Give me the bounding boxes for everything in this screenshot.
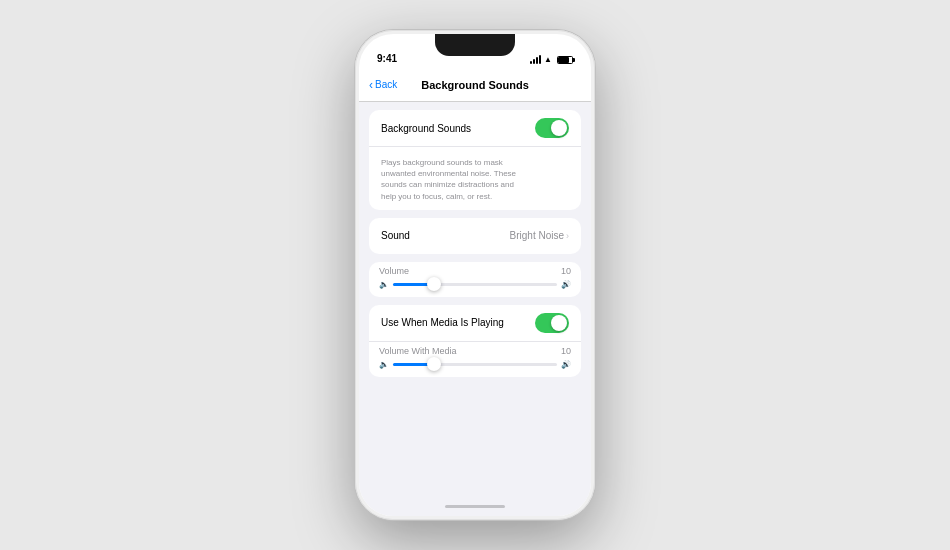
back-button[interactable]: ‹ Back xyxy=(369,78,397,92)
home-indicator xyxy=(359,496,591,516)
phone-screen: 9:41 ▲ ‹ Back Background Sounds xyxy=(359,34,591,516)
volume-slider-track[interactable] xyxy=(393,283,557,286)
volume-slider-container: Volume 10 🔈 🔊 xyxy=(369,262,581,297)
back-label: Back xyxy=(375,79,397,90)
media-playing-section: Use When Media Is Playing Volume With Me… xyxy=(369,305,581,377)
sound-row[interactable]: Sound Bright Noise › xyxy=(369,218,581,254)
sound-chevron-icon: › xyxy=(566,231,569,241)
navigation-bar: ‹ Back Background Sounds xyxy=(359,68,591,102)
toggle-thumb xyxy=(551,120,567,136)
sound-value: Bright Noise xyxy=(510,230,564,241)
media-toggle-thumb xyxy=(551,315,567,331)
sound-section: Sound Bright Noise › xyxy=(369,218,581,254)
wifi-icon: ▲ xyxy=(544,55,552,64)
background-sounds-description-row: Plays background sounds to mask unwanted… xyxy=(369,146,581,210)
media-playing-label: Use When Media Is Playing xyxy=(381,317,504,328)
volume-high-icon: 🔊 xyxy=(561,280,571,289)
volume-section: Volume 10 🔈 🔊 xyxy=(369,262,581,297)
phone-notch xyxy=(435,34,515,56)
media-volume-high-icon: 🔊 xyxy=(561,360,571,369)
volume-value: 10 xyxy=(561,266,571,276)
media-volume-slider-container: Volume With Media 10 🔈 🔊 xyxy=(369,341,581,377)
background-sounds-description: Plays background sounds to mask unwanted… xyxy=(381,157,521,202)
background-sounds-row: Background Sounds xyxy=(369,110,581,146)
status-time: 9:41 xyxy=(377,53,397,64)
phone-frame: 9:41 ▲ ‹ Back Background Sounds xyxy=(355,30,595,520)
page-title: Background Sounds xyxy=(421,79,529,91)
volume-slider-thumb[interactable] xyxy=(427,277,441,291)
content-area: Background Sounds Plays background sound… xyxy=(359,102,591,496)
volume-low-icon: 🔈 xyxy=(379,280,389,289)
background-sounds-label: Background Sounds xyxy=(381,123,471,134)
back-chevron-icon: ‹ xyxy=(369,78,373,92)
signal-icon xyxy=(530,55,541,64)
media-volume-label: Volume With Media xyxy=(379,346,457,356)
volume-label: Volume xyxy=(379,266,409,276)
media-volume-low-icon: 🔈 xyxy=(379,360,389,369)
sound-label: Sound xyxy=(381,230,410,241)
sound-value-container: Bright Noise › xyxy=(510,230,569,241)
home-bar xyxy=(445,505,505,508)
battery-icon xyxy=(557,56,573,64)
media-volume-value: 10 xyxy=(561,346,571,356)
media-volume-slider-thumb[interactable] xyxy=(427,357,441,371)
background-sounds-toggle[interactable] xyxy=(535,118,569,138)
media-playing-toggle[interactable] xyxy=(535,313,569,333)
media-playing-row: Use When Media Is Playing xyxy=(369,305,581,341)
media-volume-slider-track[interactable] xyxy=(393,363,557,366)
background-sounds-section: Background Sounds Plays background sound… xyxy=(369,110,581,210)
status-icons: ▲ xyxy=(530,55,573,64)
